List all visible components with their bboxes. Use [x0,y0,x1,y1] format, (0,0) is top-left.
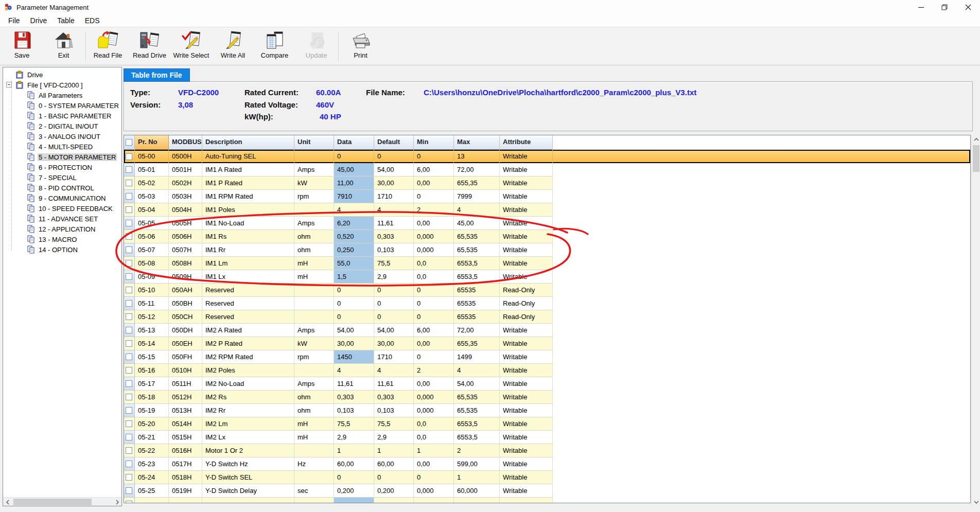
column-header-attribute[interactable]: Attribute [500,135,553,150]
row-checkbox[interactable] [126,206,132,213]
row-checkbox[interactable] [126,313,132,320]
tree-item-7-special[interactable]: 7 - SPECIAL [3,172,121,183]
table-row-05-18[interactable]: 05-180512HIM2 Rsohm0,3030,3030,00065,535… [124,391,970,404]
table-row-05-09[interactable]: 05-090509HIM1 LxmH1,52,90,06553,5Writabl… [124,270,970,284]
table-row-05-04[interactable]: 05-040504HIM1 Poles4424Writable [124,203,970,217]
tree-item-drive[interactable]: Drive [3,69,121,80]
restore-button[interactable] [933,0,956,14]
close-button[interactable] [956,0,980,14]
row-checkbox[interactable] [126,273,132,280]
row-checkbox[interactable] [126,394,132,400]
column-header-description[interactable]: Description [202,135,294,150]
menu-file[interactable]: File [3,15,25,26]
column-header-modbus[interactable]: MODBUS [169,135,202,150]
scroll-right-icon[interactable] [113,498,121,506]
scroll-up-icon[interactable] [972,135,980,144]
tree-item-10-speed-feedback[interactable]: 10 - SPEED FEEDBACK [3,203,121,214]
row-checkbox[interactable] [126,461,132,467]
table-row-05-17[interactable]: 05-170511HIM2 No-LoadAmps11,6111,610,005… [124,377,970,391]
column-header-min[interactable]: Min [414,135,454,150]
tree-item-11-advance-set[interactable]: 11 - ADVANCE SET [3,214,121,224]
row-checkbox[interactable] [126,153,132,160]
table-row-05-07[interactable]: 05-070507HIM1 Rrohm0,2500,1030,00065,535… [124,243,970,257]
tree-item-4-multi-speed[interactable]: 4 - MULTI-SPEED [3,142,121,152]
row-checkbox[interactable] [126,233,132,240]
table-row-05-15[interactable]: 05-15050FHIM2 RPM Ratedrpm1450171001499W… [124,350,970,364]
column-header-max[interactable]: Max [454,135,500,150]
table-row-05-05[interactable]: 05-050505HIM1 No-LoadAmps6,2011,610,0045… [124,217,970,230]
row-checkbox[interactable] [126,180,132,186]
tree-item-6-protection[interactable]: 6 - PROTECTION [3,162,121,172]
tree-item-9-communication[interactable]: 9 - COMMUNICATION [3,193,121,203]
row-checkbox[interactable] [126,166,132,173]
read-file-button[interactable]: Read File [87,30,129,59]
menu-eds[interactable]: EDS [80,15,105,26]
row-checkbox[interactable] [126,300,132,307]
table-row-05-11[interactable]: 05-11050BHReserved00065535Read-Only [124,297,970,310]
row-checkbox[interactable] [126,246,132,253]
menu-drive[interactable]: Drive [25,15,52,26]
tree-item-1-basic-parameter[interactable]: 1 - BASIC PARAMETER [3,111,121,121]
table-row-05-16[interactable]: 05-160510HIM2 Poles4424Writable [124,364,970,377]
collapse-expander-icon[interactable] [6,82,12,87]
table-scrollbar-thumb[interactable] [973,145,979,172]
tree-item-14-option[interactable]: 14 - OPTION [3,244,121,255]
table-row-05-25[interactable]: 05-250519HY-D Switch Delaysec0,2000,2000… [124,484,970,498]
table-row-partial[interactable] [124,498,970,503]
print-button[interactable]: Print [340,30,381,59]
write-select-button[interactable]: Write Select [170,30,212,59]
select-all-checkbox[interactable] [126,139,132,146]
tree-item-all-parameters[interactable]: All Parameters [3,90,121,100]
tree-item-2-digital-in-out[interactable]: 2 - DIGITAL IN/OUT [3,121,121,131]
save-button[interactable]: Save [1,30,43,59]
exit-button[interactable]: Exit [43,30,84,59]
menu-table[interactable]: Table [52,15,79,26]
table-row-05-22[interactable]: 05-220516HMotor 1 Or 21112Writable [124,444,970,457]
row-checkbox[interactable] [126,420,132,427]
table-row-05-10[interactable]: 05-10050AHReserved00065535Read-Only [124,284,970,297]
table-row-05-21[interactable]: 05-210515HIM2 LxmH2,92,90,06553,5Writabl… [124,431,970,444]
tree-item-13-macro[interactable]: 13 - MACRO [3,234,121,244]
row-checkbox[interactable] [126,327,132,333]
row-checkbox[interactable] [126,501,132,503]
tree-item-file-vfd-c2000[interactable]: File [ VFD-C2000 ] [3,80,121,90]
table-row-05-24[interactable]: 05-240518HY-D Switch SEL0001Writable [124,471,970,484]
tree-item-0-system-parameter[interactable]: 0 - SYSTEM PARAMETER [3,100,121,111]
minimize-button[interactable] [909,0,933,14]
row-checkbox[interactable] [126,447,132,454]
table-row-05-08[interactable]: 05-080508HIM1 LmmH55,075,50,06553,5Writa… [124,257,970,270]
tree-item-5-motor-parameter[interactable]: 5 - MOTOR PARAMETER [3,152,121,162]
row-checkbox[interactable] [126,260,132,267]
table-row-05-23[interactable]: 05-230517HY-D Switch HzHz60,0060,000,005… [124,457,970,471]
tree-horizontal-scrollbar[interactable] [3,497,121,506]
write-all-button[interactable]: Write All [212,30,254,59]
tree-item-12-application[interactable]: 12 - APPLICATION [3,224,121,234]
row-checkbox[interactable] [126,193,132,200]
row-checkbox[interactable] [126,474,132,481]
table-vertical-scrollbar[interactable] [971,135,980,506]
table-row-05-19[interactable]: 05-190513HIM2 Rrohm0,1030,1030,00065,535… [124,404,970,417]
table-row-05-14[interactable]: 05-14050EHIM2 P RatedkW30,0030,000,00655… [124,337,970,350]
row-checkbox[interactable] [126,487,132,494]
column-header-unit[interactable]: Unit [294,135,334,150]
tab-table-from-file[interactable]: Table from File [124,68,190,82]
table-row-05-00[interactable]: 05-000500HAuto-Tuning SEL00013Writable [124,150,970,163]
scroll-down-icon[interactable] [972,498,980,506]
row-checkbox[interactable] [126,287,132,293]
table-row-05-06[interactable]: 05-060506HIM1 Rsohm0,5200,3030,00065,535… [124,230,970,243]
table-row-05-13[interactable]: 05-13050DHIM2 A RatedAmps54,0054,006,007… [124,324,970,337]
tree-item-3-analog-in-out[interactable]: 3 - ANALOG IN/OUT [3,131,121,142]
row-checkbox[interactable] [126,434,132,440]
column-header-data[interactable]: Data [334,135,374,150]
tree-scrollbar-thumb[interactable] [13,499,92,505]
column-header-pr-no[interactable]: Pr. No [135,135,169,150]
table-row-05-12[interactable]: 05-12050CHReserved00065535Read-Only [124,310,970,324]
row-checkbox[interactable] [126,220,132,226]
table-row-05-02[interactable]: 05-020502HIM1 P RatedkW11,0030,000,00655… [124,176,970,190]
scroll-left-icon[interactable] [3,498,12,506]
row-checkbox[interactable] [126,407,132,414]
column-header-default[interactable]: Default [374,135,414,150]
row-checkbox[interactable] [126,354,132,360]
table-row-05-01[interactable]: 05-010501HIM1 A RatedAmps45,0054,006,007… [124,163,970,176]
table-row-05-20[interactable]: 05-200514HIM2 LmmH75,575,50,06553,5Writa… [124,417,970,431]
